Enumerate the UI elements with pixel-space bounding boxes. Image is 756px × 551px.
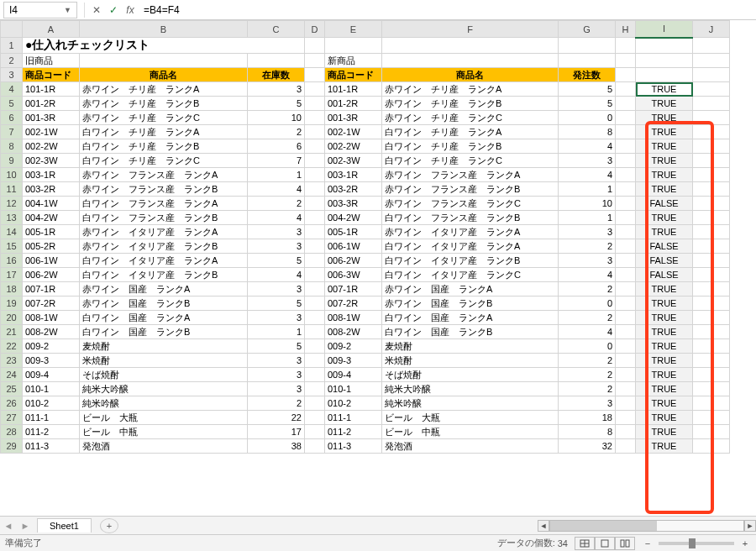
cell-J23[interactable] (693, 354, 730, 368)
cell-C17[interactable]: 4 (248, 268, 305, 282)
row-header-7[interactable]: 7 (1, 125, 23, 139)
cell-C14[interactable]: 3 (248, 225, 305, 239)
cell-H17[interactable] (616, 268, 636, 282)
cell-H5[interactable] (616, 97, 636, 111)
cell-J9[interactable] (693, 154, 730, 168)
cell-J5[interactable] (693, 97, 730, 111)
cell-E2[interactable]: 新商品 (325, 54, 382, 68)
tab-nav-prev[interactable]: ◄ (0, 521, 17, 531)
cell-A22[interactable]: 009-2 (23, 339, 80, 354)
cell-H23[interactable] (616, 354, 636, 368)
cell-A8[interactable]: 002-2W (23, 139, 80, 154)
cell-G4[interactable]: 5 (559, 82, 616, 97)
row-header-25[interactable]: 25 (1, 382, 23, 396)
cell-B16[interactable]: 白ワイン イタリア産 ランクA (80, 254, 248, 268)
cell-C9[interactable]: 7 (248, 154, 305, 168)
cell-G29[interactable]: 32 (559, 439, 616, 454)
row-header-8[interactable]: 8 (1, 139, 23, 154)
cell-G28[interactable]: 8 (559, 425, 616, 439)
cell-H8[interactable] (616, 139, 636, 154)
cell-H1[interactable] (616, 38, 636, 54)
cell-D5[interactable] (305, 97, 325, 111)
cell-I18[interactable]: TRUE (636, 282, 693, 296)
cell-G20[interactable]: 2 (559, 311, 616, 325)
cell-F29[interactable]: 発泡酒 (382, 439, 559, 454)
cell-G19[interactable]: 0 (559, 296, 616, 311)
cell-B26[interactable]: 純米吟醸 (80, 396, 248, 411)
cell-J27[interactable] (693, 411, 730, 425)
cell-D2[interactable] (305, 54, 325, 68)
cell-C6[interactable]: 10 (248, 111, 305, 125)
cell-G22[interactable]: 0 (559, 339, 616, 354)
cell-D22[interactable] (305, 339, 325, 354)
fx-button[interactable]: fx (122, 4, 139, 16)
cell-H29[interactable] (616, 439, 636, 454)
cell-B14[interactable]: 赤ワイン イタリア産 ランクA (80, 225, 248, 239)
cell-G13[interactable]: 1 (559, 211, 616, 225)
cell-I8[interactable]: TRUE (636, 139, 693, 154)
cell-F19[interactable]: 赤ワイン 国産 ランクB (382, 296, 559, 311)
cell-D19[interactable] (305, 296, 325, 311)
cell-J22[interactable] (693, 339, 730, 354)
cell-E28[interactable]: 011-2 (325, 425, 382, 439)
row-header-5[interactable]: 5 (1, 97, 23, 111)
cell-F27[interactable]: ビール 大瓶 (382, 411, 559, 425)
cell-A4[interactable]: 101-1R (23, 82, 80, 97)
cell-B27[interactable]: ビール 大瓶 (80, 411, 248, 425)
header-order[interactable]: 発注数 (559, 68, 616, 82)
cell-C5[interactable]: 5 (248, 97, 305, 111)
cell-B6[interactable]: 赤ワイン チリ産 ランクC (80, 111, 248, 125)
cell-G24[interactable]: 2 (559, 368, 616, 382)
cell-G8[interactable]: 4 (559, 139, 616, 154)
cell-J18[interactable] (693, 282, 730, 296)
cell-A27[interactable]: 011-1 (23, 411, 80, 425)
cell-B11[interactable]: 赤ワイン フランス産 ランクB (80, 182, 248, 197)
cell-E8[interactable]: 002-2W (325, 139, 382, 154)
name-box-dropdown-icon[interactable]: ▼ (64, 6, 71, 14)
cell-J28[interactable] (693, 425, 730, 439)
cell-J3[interactable] (693, 68, 730, 82)
cell-A9[interactable]: 002-3W (23, 154, 80, 168)
cell-G10[interactable]: 4 (559, 168, 616, 182)
row-header-12[interactable]: 12 (1, 197, 23, 211)
cell-A13[interactable]: 004-2W (23, 211, 80, 225)
cell-F10[interactable]: 赤ワイン フランス産 ランクA (382, 168, 559, 182)
cell-F22[interactable]: 麦焼酎 (382, 339, 559, 354)
cell-C15[interactable]: 3 (248, 239, 305, 254)
cell-H3[interactable] (616, 68, 636, 82)
cell-B22[interactable]: 麦焼酎 (80, 339, 248, 354)
cell-A14[interactable]: 005-1R (23, 225, 80, 239)
sheet-tab[interactable]: Sheet1 (37, 518, 92, 533)
cell-D6[interactable] (305, 111, 325, 125)
cell-I24[interactable]: TRUE (636, 368, 693, 382)
cell-B24[interactable]: そば焼酎 (80, 368, 248, 382)
cell-E20[interactable]: 008-1W (325, 311, 382, 325)
row-header-19[interactable]: 19 (1, 296, 23, 311)
cell-D15[interactable] (305, 239, 325, 254)
cell-C29[interactable]: 38 (248, 439, 305, 454)
cell-B12[interactable]: 白ワイン フランス産 ランクA (80, 197, 248, 211)
cell-F26[interactable]: 純米吟醸 (382, 396, 559, 411)
cell-J29[interactable] (693, 439, 730, 454)
cell-H27[interactable] (616, 411, 636, 425)
page-break-view-button[interactable] (615, 537, 635, 550)
cell-G25[interactable]: 2 (559, 382, 616, 396)
cell-H7[interactable] (616, 125, 636, 139)
row-header-11[interactable]: 11 (1, 182, 23, 197)
cell-D29[interactable] (305, 439, 325, 454)
sheet-title[interactable]: ●仕入れチェックリスト (23, 38, 305, 54)
cell-H25[interactable] (616, 382, 636, 396)
cell-I1[interactable] (636, 38, 693, 54)
cell-I6[interactable]: TRUE (636, 111, 693, 125)
cell-G17[interactable]: 4 (559, 268, 616, 282)
row-header-22[interactable]: 22 (1, 339, 23, 354)
cell-E17[interactable]: 006-3W (325, 268, 382, 282)
cell-J2[interactable] (693, 54, 730, 68)
cell-D24[interactable] (305, 368, 325, 382)
cell-D18[interactable] (305, 282, 325, 296)
cell-C12[interactable]: 2 (248, 197, 305, 211)
cell-G1[interactable] (559, 38, 616, 54)
row-header-29[interactable]: 29 (1, 439, 23, 454)
cell-A25[interactable]: 010-1 (23, 382, 80, 396)
cell-G2[interactable] (559, 54, 616, 68)
